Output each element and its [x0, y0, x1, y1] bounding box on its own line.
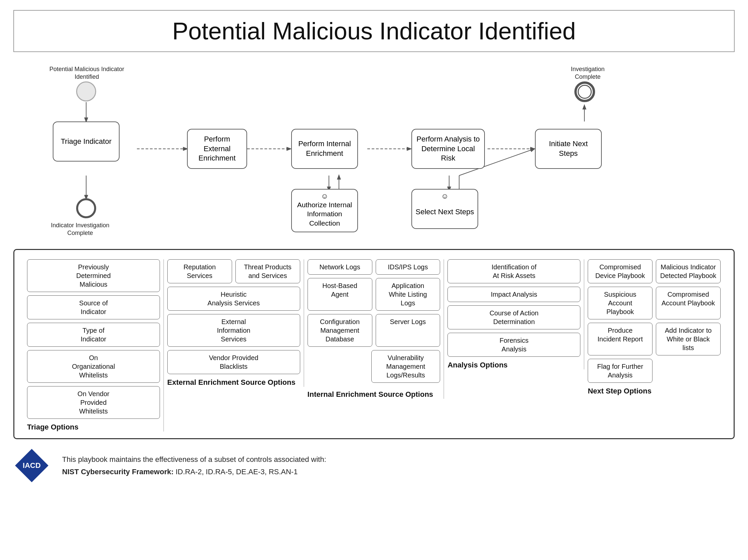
opt-app-whitelist: ApplicationWhite ListingLogs	[376, 278, 441, 311]
int-row-4: VulnerabilityManagementLogs/Results	[307, 350, 441, 386]
external-col-title: External Enrichment Source Options	[167, 378, 300, 387]
nextsteps-col: CompromisedDevice Playbook Malicious Ind…	[584, 259, 724, 395]
opt-ids-logs: IDS/IPS Logs	[376, 259, 441, 275]
opt-comp-device: CompromisedDevice Playbook	[588, 259, 653, 283]
opt-vendor-whitelists: On VendorProvidedWhitelists	[27, 386, 160, 419]
opt-network-logs: Network Logs	[307, 259, 372, 275]
initiate-box: Initiate Next Steps	[535, 129, 602, 169]
opt-previously-malicious: PreviouslyDeterminedMalicious	[27, 259, 160, 292]
opt-org-whitelists: OnOrganizationalWhitelists	[27, 350, 160, 383]
auth-info-box: ☺ Authorize Internal Information Collect…	[291, 189, 358, 232]
footer-text: This playbook maintains the effectivenes…	[62, 453, 326, 478]
person-icon-select: ☺	[441, 192, 448, 201]
int-row-3: ConfigurationManagementDatabase Server L…	[307, 314, 441, 350]
opt-type-indicator: Type ofIndicator	[27, 323, 160, 347]
options-grid: PreviouslyDeterminedMalicious Source ofI…	[24, 259, 724, 432]
nextsteps-col-title: Next Step Options	[588, 387, 721, 395]
options-section: PreviouslyDeterminedMalicious Source ofI…	[14, 249, 734, 439]
svg-text:IACD: IACD	[23, 461, 41, 469]
int-row-2: Host-BasedAgent ApplicationWhite Listing…	[307, 278, 441, 314]
start-circle	[76, 81, 96, 101]
invest-done-circle	[574, 81, 595, 102]
external-col: ReputationServices Threat Productsand Se…	[164, 259, 304, 387]
opt-at-risk-assets: Identification ofAt Risk Assets	[447, 259, 580, 283]
opt-produce-report: ProduceIncident Report	[588, 323, 653, 356]
analysis-col: Identification ofAt Risk Assets Impact A…	[444, 259, 584, 369]
opt-comp-account: CompromisedAccount Playbook	[656, 287, 721, 319]
opt-host-agent: Host-BasedAgent	[307, 278, 372, 311]
opt-server-logs: Server Logs	[376, 314, 441, 347]
analysis-col-title: Analysis Options	[447, 361, 580, 369]
opt-add-indicator: Add Indicator toWhite or Black lists	[656, 323, 721, 356]
opt-suspicious-account: SuspiciousAccountPlaybook	[588, 287, 653, 319]
opt-vuln-logs: VulnerabilityManagementLogs/Results	[371, 350, 441, 383]
triage-box: Triage Indicator	[53, 121, 120, 162]
ext-row-1: ReputationServices Threat Productsand Se…	[167, 259, 300, 287]
analyze-box: Perform Analysis to Determine Local Risk	[412, 129, 485, 169]
start-label: Potential Malicious IndicatorIdentified	[47, 66, 127, 81]
opt-malicious-detected: Malicious IndicatorDetected Playbook	[656, 259, 721, 283]
int-row-1: Network Logs IDS/IPS Logs	[307, 259, 441, 278]
opt-impact-analysis: Impact Analysis	[447, 287, 580, 302]
page-title: Potential Malicious Indicator Identified	[27, 17, 721, 45]
triage-col-title: Triage Options	[27, 423, 160, 432]
next-row-3: ProduceIncident Report Add Indicator toW…	[588, 323, 721, 359]
opt-heuristic-analysis: HeuristicAnalysis Services	[167, 287, 300, 311]
invest-done-label: InvestigationComplete	[554, 66, 621, 81]
internal-col: Network Logs IDS/IPS Logs Host-BasedAgen…	[304, 259, 444, 399]
flow-diagram: Potential Malicious IndicatorIdentified …	[14, 59, 734, 246]
opt-forensics: ForensicsAnalysis	[447, 333, 580, 357]
arrows-svg	[14, 59, 734, 246]
indicator-done-label: Indicator InvestigationComplete	[40, 222, 120, 237]
title-section: Potential Malicious Indicator Identified	[14, 10, 734, 52]
select-steps-box: ☺ Select Next Steps	[412, 189, 478, 229]
opt-threat-products: Threat Productsand Services	[235, 259, 300, 283]
next-row-1: CompromisedDevice Playbook Malicious Ind…	[588, 259, 721, 287]
internal-col-title: Internal Enrichment Source Options	[307, 390, 441, 399]
indicator-done-circle	[76, 198, 96, 218]
triage-col: PreviouslyDeterminedMalicious Source ofI…	[24, 259, 164, 432]
int-enrich-box: Perform Internal Enrichment	[291, 129, 358, 169]
person-icon-auth: ☺	[321, 192, 328, 201]
next-row-2: SuspiciousAccountPlaybook CompromisedAcc…	[588, 287, 721, 323]
opt-source-indicator: Source ofIndicator	[27, 295, 160, 319]
opt-course-action: Course of ActionDetermination	[447, 306, 580, 330]
iacd-logo: IACD	[14, 447, 50, 484]
opt-vendor-blacklists: Vendor ProvidedBlacklists	[167, 350, 300, 374]
opt-external-info: ExternalInformationServices	[167, 314, 300, 347]
footer-section: IACD This playbook maintains the effecti…	[14, 447, 734, 484]
opt-config-mgmt: ConfigurationManagementDatabase	[307, 314, 372, 347]
opt-reputation-services: ReputationServices	[167, 259, 232, 283]
opt-flag-further: Flag for FurtherAnalysis	[588, 359, 653, 383]
ext-enrich-box: Perform External Enrichment	[187, 129, 247, 169]
